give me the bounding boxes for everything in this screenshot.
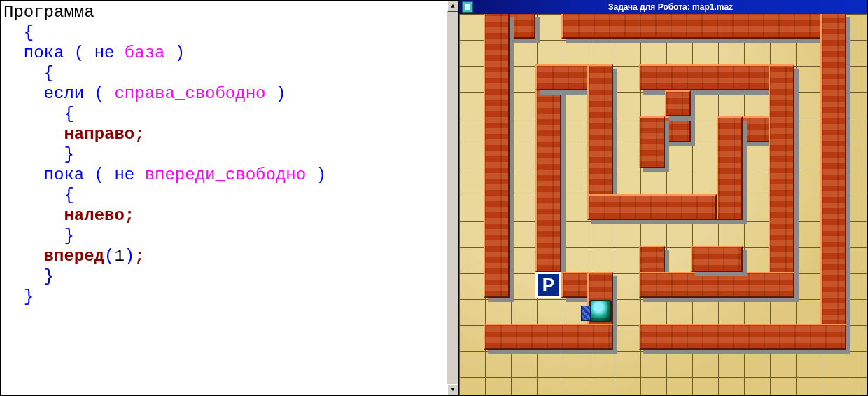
code-content[interactable]: Программа { пока ( не база ) { если ( сп…	[1, 1, 458, 308]
code-token: }	[64, 145, 74, 164]
code-token: не	[94, 43, 125, 62]
code-editor[interactable]: Программа { пока ( не база ) { если ( сп…	[0, 0, 458, 396]
scroll-up-button[interactable]: ▲	[447, 1, 458, 12]
maze-wall	[536, 64, 561, 272]
code-token: (	[84, 84, 114, 103]
code-token: направо;	[64, 125, 144, 144]
code-token: {	[44, 64, 54, 83]
maze-titlebar[interactable]: Задача для Робота: map1.maz	[459, 0, 867, 14]
maze-wall	[639, 116, 665, 168]
maze-wall	[665, 90, 691, 116]
code-token: пока	[24, 43, 64, 62]
code-token: пока	[44, 165, 85, 184]
maze-wall	[561, 14, 846, 39]
robot-sprite[interactable]	[589, 300, 612, 322]
code-token: )	[164, 43, 185, 62]
maze-window-title: Задача для Робота: map1.maz	[477, 2, 864, 12]
code-token: (	[64, 43, 94, 62]
code-token: {	[64, 104, 74, 123]
code-token: (	[104, 247, 114, 266]
maze-window: Задача для Робота: map1.maz P	[458, 0, 868, 396]
code-token: (	[84, 165, 114, 184]
code-token: }	[44, 267, 54, 286]
base-label: P	[542, 274, 554, 296]
maze-wall	[484, 14, 510, 298]
code-token: )	[125, 247, 134, 266]
code-token: налево;	[64, 206, 134, 225]
code-token: 1	[114, 247, 124, 266]
maze-wall	[691, 246, 743, 272]
code-token: {	[24, 23, 34, 42]
maze-wall	[717, 116, 743, 220]
code-token: )	[265, 84, 286, 103]
code-token: база	[125, 43, 165, 62]
base-tile: P	[536, 272, 561, 298]
maze-wall	[639, 272, 794, 298]
code-token: )	[306, 165, 326, 184]
code-token: впереди_свободно	[145, 165, 306, 184]
code-token: }	[24, 287, 34, 306]
code-token: не	[114, 165, 144, 184]
maze-wall	[639, 324, 846, 350]
code-token: ;	[134, 247, 144, 266]
maze-wall	[769, 64, 794, 298]
code-token: }	[64, 226, 74, 245]
code-token: если	[44, 84, 85, 103]
code-token: Программа	[4, 3, 94, 22]
maze-wall	[587, 194, 717, 220]
code-token: справа_свободно	[114, 84, 265, 103]
editor-scrollbar[interactable]: ▲ ▼	[447, 1, 458, 395]
maze-wall	[820, 14, 846, 350]
code-token: {	[64, 186, 74, 205]
system-menu-icon[interactable]	[462, 1, 473, 13]
maze-wall	[484, 324, 613, 350]
maze-area[interactable]: P	[459, 14, 867, 395]
scroll-down-button[interactable]: ▼	[447, 384, 458, 395]
code-token: вперед	[44, 247, 104, 266]
